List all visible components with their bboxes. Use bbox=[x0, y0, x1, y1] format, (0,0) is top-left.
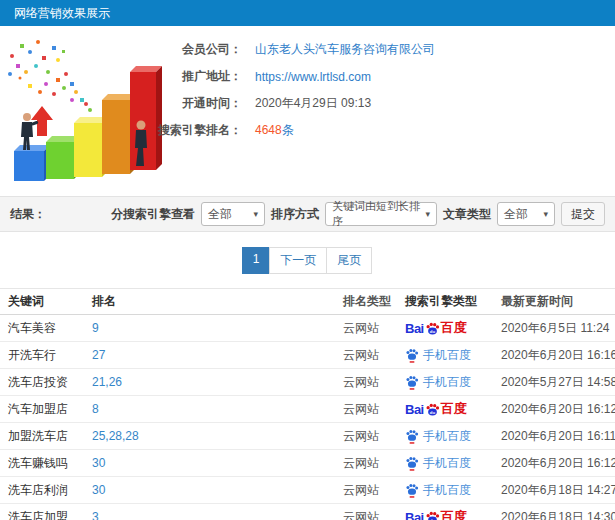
rank-link[interactable]: 21,26 bbox=[92, 375, 122, 389]
header-update-time: 最新更新时间 bbox=[493, 293, 615, 310]
engine-rank-label: 搜索引擎排名： bbox=[156, 122, 242, 139]
rank-type-cell: 云网站 bbox=[335, 320, 397, 337]
svg-text:du: du bbox=[430, 409, 436, 414]
article-type-select[interactable]: 全部 ▾ bbox=[497, 202, 555, 226]
engine-rank-field: 搜索引擎排名： 4648条 bbox=[156, 117, 435, 144]
sort-select[interactable]: 关键词由短到长排序 ▾ bbox=[325, 202, 437, 226]
engine-view-selected: 全部 bbox=[208, 206, 232, 223]
baidu-pc-logo: Bai du 百度 bbox=[405, 400, 467, 418]
member-company-field: 会员公司： 山东老人头汽车服务咨询有限公司 bbox=[156, 36, 435, 63]
chevron-down-icon: ▾ bbox=[425, 209, 430, 219]
baidu-mobile-logo: 手机百度 bbox=[405, 482, 471, 499]
search-engine-cell: Bai du 百度 bbox=[397, 400, 493, 418]
rank-type-cell: 云网站 bbox=[335, 455, 397, 472]
table-row: 洗车店利润 30 云网站 手机百度 2020年6月18日 14:27 bbox=[0, 477, 615, 504]
table-row: 洗车店加盟 3 云网站 Bai du 百度 2020年6月18日 14:30 bbox=[0, 504, 615, 520]
rank-link[interactable]: 8 bbox=[92, 402, 99, 416]
baidu-paw-icon bbox=[405, 348, 419, 363]
baidu-paw-icon bbox=[405, 375, 419, 390]
baidu-pc-logo: Bai du 百度 bbox=[405, 508, 467, 520]
table-row: 加盟洗车店 25,28,28 云网站 手机百度 2020年6月20日 16:11 bbox=[0, 423, 615, 450]
update-time-cell: 2020年6月5日 11:24 bbox=[493, 320, 615, 337]
update-time-cell: 2020年6月20日 16:12 bbox=[493, 455, 615, 472]
rank-link[interactable]: 30 bbox=[92, 456, 105, 470]
sort-label: 排序方式 bbox=[271, 206, 319, 223]
keyword-cell: 加盟洗车店 bbox=[0, 428, 84, 445]
update-time-cell: 2020年6月20日 16:12 bbox=[493, 401, 615, 418]
header-keyword: 关键词 bbox=[0, 293, 84, 310]
member-company-label: 会员公司： bbox=[156, 41, 242, 58]
last-page-button[interactable]: 尾页 bbox=[326, 247, 372, 274]
keyword-cell: 开洗车行 bbox=[0, 347, 84, 364]
rank-link[interactable]: 25,28,28 bbox=[92, 429, 139, 443]
result-label: 结果： bbox=[10, 206, 46, 223]
promo-url-field: 推广地址： https://www.lrtlsd.com bbox=[156, 63, 435, 90]
chevron-down-icon: ▾ bbox=[253, 209, 258, 219]
search-engine-cell: 手机百度 bbox=[397, 455, 493, 472]
table-row: 汽车美容 9 云网站 Bai du 百度 2020年6月5日 11:24 bbox=[0, 315, 615, 342]
search-engine-cell: 手机百度 bbox=[397, 482, 493, 499]
search-engine-cell: 手机百度 bbox=[397, 347, 493, 364]
rank-link[interactable]: 3 bbox=[92, 510, 99, 520]
table-row: 洗车店投资 21,26 云网站 手机百度 2020年5月27日 14:58 bbox=[0, 369, 615, 396]
page-1-button[interactable]: 1 bbox=[242, 247, 271, 274]
baidu-paw-icon: du bbox=[425, 321, 440, 336]
update-time-cell: 2020年6月18日 14:27 bbox=[493, 482, 615, 499]
member-company-link[interactable]: 山东老人头汽车服务咨询有限公司 bbox=[255, 41, 435, 58]
keyword-cell: 洗车赚钱吗 bbox=[0, 455, 84, 472]
baidu-paw-icon bbox=[405, 483, 419, 498]
article-type-label: 文章类型 bbox=[443, 206, 491, 223]
submit-button[interactable]: 提交 bbox=[561, 202, 605, 226]
rank-type-cell: 云网站 bbox=[335, 509, 397, 520]
open-time-label: 开通时间： bbox=[156, 95, 242, 112]
baidu-mobile-logo: 手机百度 bbox=[405, 428, 471, 445]
open-time-field: 开通时间： 2020年4月29日 09:13 bbox=[156, 90, 435, 117]
baidu-pc-logo: Bai du 百度 bbox=[405, 319, 467, 337]
filter-bar: 结果： 分搜索引擎查看 全部 ▾ 排序方式 关键词由短到长排序 ▾ 文章类型 全… bbox=[0, 196, 615, 232]
baidu-paw-icon bbox=[405, 429, 419, 444]
results-table: 关键词 排名 排名类型 搜索引擎类型 最新更新时间 汽车美容 9 云网站 Bai… bbox=[0, 288, 615, 520]
rank-link[interactable]: 27 bbox=[92, 348, 105, 362]
keyword-cell: 汽车美容 bbox=[0, 320, 84, 337]
open-time-value: 2020年4月29日 09:13 bbox=[255, 95, 371, 112]
table-row: 汽车加盟店 8 云网站 Bai du 百度 2020年6月20日 16:12 bbox=[0, 396, 615, 423]
promo-url-link[interactable]: https://www.lrtlsd.com bbox=[255, 70, 371, 84]
header-rank-type: 排名类型 bbox=[335, 293, 397, 310]
header-rank: 排名 bbox=[84, 293, 335, 310]
info-section: 会员公司： 山东老人头汽车服务咨询有限公司 推广地址： https://www.… bbox=[0, 26, 615, 192]
table-header-row: 关键词 排名 排名类型 搜索引擎类型 最新更新时间 bbox=[0, 289, 615, 315]
baidu-mobile-logo: 手机百度 bbox=[405, 347, 471, 364]
baidu-mobile-logo: 手机百度 bbox=[405, 374, 471, 391]
svg-text:du: du bbox=[430, 328, 436, 333]
next-page-button[interactable]: 下一页 bbox=[269, 247, 327, 274]
up-arrow-icon bbox=[31, 106, 53, 136]
chevron-down-icon: ▾ bbox=[543, 209, 548, 219]
keyword-cell: 洗车店投资 bbox=[0, 374, 84, 391]
update-time-cell: 2020年6月20日 16:11 bbox=[493, 428, 615, 445]
baidu-mobile-logo: 手机百度 bbox=[405, 455, 471, 472]
baidu-paw-icon: du bbox=[425, 510, 440, 520]
promo-url-label: 推广地址： bbox=[156, 68, 242, 85]
search-engine-cell: 手机百度 bbox=[397, 374, 493, 391]
engine-view-select[interactable]: 全部 ▾ bbox=[201, 202, 265, 226]
confetti-dots bbox=[8, 40, 92, 112]
sort-selected: 关键词由短到长排序 bbox=[332, 199, 421, 229]
update-time-cell: 2020年5月27日 14:58 bbox=[493, 374, 615, 391]
engine-view-label: 分搜索引擎查看 bbox=[111, 206, 195, 223]
rank-type-cell: 云网站 bbox=[335, 347, 397, 364]
rank-type-cell: 云网站 bbox=[335, 482, 397, 499]
engine-rank-value: 4648条 bbox=[255, 122, 294, 139]
keyword-cell: 洗车店利润 bbox=[0, 482, 84, 499]
rank-link[interactable]: 9 bbox=[92, 321, 99, 335]
pagination: 1 下一页 尾页 bbox=[0, 247, 615, 274]
keyword-cell: 洗车店加盟 bbox=[0, 509, 84, 520]
search-engine-cell: 手机百度 bbox=[397, 428, 493, 445]
rank-type-cell: 云网站 bbox=[335, 401, 397, 418]
search-engine-cell: Bai du 百度 bbox=[397, 319, 493, 337]
rank-link[interactable]: 30 bbox=[92, 483, 105, 497]
keyword-cell: 汽车加盟店 bbox=[0, 401, 84, 418]
top-bar: 网络营销效果展示 bbox=[0, 0, 615, 26]
rank-type-cell: 云网站 bbox=[335, 374, 397, 391]
member-info: 会员公司： 山东老人头汽车服务咨询有限公司 推广地址： https://www.… bbox=[156, 36, 435, 144]
rank-type-cell: 云网站 bbox=[335, 428, 397, 445]
